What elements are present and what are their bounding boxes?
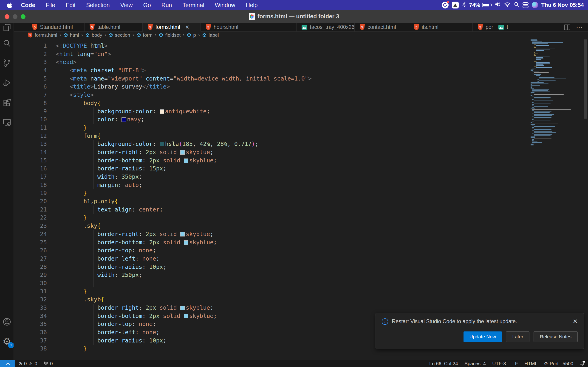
color-swatch[interactable] <box>184 240 188 245</box>
siri-icon[interactable] <box>532 2 538 8</box>
code-line-2[interactable]: 2<html lang="en"> <box>14 50 531 58</box>
code-line-15[interactable]: 15 border-bottom: 2px solid skyblue; <box>14 156 531 165</box>
color-swatch[interactable] <box>160 109 164 114</box>
code-line-25[interactable]: 25 border-bottom: 2px solid skyblue; <box>14 238 531 247</box>
code-line-5[interactable]: 5 <meta name="viewport" content="width=d… <box>14 75 531 83</box>
tab-its-html[interactable]: 5its.html <box>409 23 473 32</box>
notifications-bell[interactable] <box>577 360 588 367</box>
menu-item-code[interactable]: Code <box>16 2 41 8</box>
color-swatch[interactable] <box>180 232 185 236</box>
menu-item-view[interactable]: View <box>115 2 138 8</box>
source-control-icon[interactable] <box>0 53 14 73</box>
ports-indicator[interactable]: 0 <box>40 360 56 367</box>
code-line-27[interactable]: 27 border-left: none; <box>14 255 531 263</box>
code-line-6[interactable]: 6 <title>Library survey</title> <box>14 83 531 91</box>
menu-bar-clock[interactable]: Thu 6 Nov 05:54 <box>541 2 584 8</box>
code-line-20[interactable]: 20 h1,p.only{ <box>14 197 531 206</box>
code-line-31[interactable]: 31 } <box>14 287 531 296</box>
code-line-10[interactable]: 10 color: navy; <box>14 115 531 124</box>
code-line-26[interactable]: 26 border-top: none; <box>14 246 531 255</box>
remote-indicator[interactable]: >< <box>0 360 15 367</box>
color-swatch[interactable] <box>184 158 188 163</box>
later-button[interactable]: Later <box>506 332 529 342</box>
code-line-1[interactable]: 1<!DOCTYPE html> <box>14 42 531 50</box>
menu-item-file[interactable]: File <box>41 2 61 8</box>
code-line-12[interactable]: 12 form{ <box>14 132 531 140</box>
account-icon[interactable] <box>0 312 14 332</box>
volume-icon[interactable] <box>494 2 501 8</box>
code-editor[interactable]: 1<!DOCTYPE html>2<html lang="en">3<head>… <box>14 39 588 360</box>
tab-close-icon[interactable]: ✕ <box>185 24 189 30</box>
tab-tacos-tray-400x267-png[interactable]: tacos_tray_400x267.png <box>296 23 355 32</box>
code-line-30[interactable]: 30 <box>14 279 531 287</box>
spotlight-search-icon[interactable] <box>514 2 519 8</box>
settings-gear-icon[interactable]: ⚙1 <box>0 332 14 351</box>
remote-explorer-icon[interactable] <box>0 112 14 132</box>
app-menu-icon[interactable] <box>452 2 459 8</box>
extensions-icon[interactable] <box>0 93 14 112</box>
menu-item-go[interactable]: Go <box>138 2 156 8</box>
battery-status[interactable]: 74% <box>469 2 491 8</box>
menu-item-run[interactable]: Run <box>156 2 177 8</box>
close-window-button[interactable] <box>5 14 9 19</box>
grammarly-menu-icon[interactable]: G <box>442 2 449 8</box>
tab-table-html[interactable]: 5table.html <box>85 23 143 32</box>
more-actions-icon[interactable]: ⋯ <box>576 23 583 31</box>
tab-standard-html[interactable]: 5Standard.html <box>27 23 85 32</box>
explorer-icon[interactable] <box>0 23 14 33</box>
live-server-port[interactable]: ⊘ Port : 5500 <box>541 360 577 367</box>
code-line-33[interactable]: 33 border-right: 2px solid skyblue; <box>14 304 531 312</box>
tab-contact-html[interactable]: 5contact.html <box>355 23 409 32</box>
bluetooth-icon[interactable] <box>462 1 466 9</box>
update-now-button[interactable]: Update Now <box>464 332 502 342</box>
breadcrumb-item-p[interactable]: p <box>187 32 196 38</box>
code-line-23[interactable]: 23 .sky{ <box>14 222 531 230</box>
menu-item-edit[interactable]: Edit <box>61 2 81 8</box>
code-line-29[interactable]: 29 width: 250px; <box>14 271 531 279</box>
code-line-16[interactable]: 16 border-radius: 15px; <box>14 165 531 173</box>
zoom-window-button[interactable] <box>21 14 26 19</box>
editor-scrollbar[interactable] <box>584 40 587 119</box>
color-swatch[interactable] <box>184 314 188 318</box>
menu-item-terminal[interactable]: Terminal <box>177 2 209 8</box>
control-center-icon[interactable] <box>523 2 528 8</box>
tab-forms-html[interactable]: 5forms.html✕ <box>143 23 201 32</box>
run-debug-icon[interactable] <box>0 73 14 93</box>
code-line-13[interactable]: 13 background-color: hsla(185, 42%, 28%,… <box>14 140 531 148</box>
breadcrumb-item-form[interactable]: form <box>137 32 153 38</box>
code-line-32[interactable]: 32 .skyb{ <box>14 295 531 304</box>
tab-hours-html[interactable]: 5hours.html <box>201 23 296 32</box>
menu-item-help[interactable]: Help <box>241 2 263 8</box>
code-line-4[interactable]: 4 <meta charset="UTF-8"> <box>14 66 531 75</box>
breadcrumb-item-html[interactable]: html <box>63 32 79 38</box>
search-icon[interactable] <box>0 33 14 53</box>
code-line-9[interactable]: 9 background-color: antiquewhite; <box>14 107 531 116</box>
menu-item-window[interactable]: Window <box>209 2 241 8</box>
color-swatch[interactable] <box>121 117 126 122</box>
code-line-3[interactable]: 3<head> <box>14 58 531 66</box>
code-line-8[interactable]: 8 body{ <box>14 99 531 107</box>
tab-portfolio-html[interactable]: 5portfolio.html <box>473 23 493 32</box>
breadcrumb-item-section[interactable]: section <box>108 32 130 38</box>
color-swatch[interactable] <box>180 150 185 155</box>
breadcrumb-item-fieldset[interactable]: fieldset <box>159 32 181 38</box>
status-item-ln-66-col-24[interactable]: Ln 66, Col 24 <box>426 360 461 367</box>
wifi-icon[interactable] <box>504 2 510 8</box>
release-notes-button[interactable]: Release Notes <box>534 332 578 342</box>
problems-indicator[interactable]: ⊗ 0 ⚠ 0 <box>15 360 40 367</box>
color-swatch[interactable] <box>180 306 185 310</box>
status-item-spaces-4[interactable]: Spaces: 4 <box>461 360 489 367</box>
apple-menu-icon[interactable] <box>7 2 12 8</box>
breadcrumb-item-body[interactable]: body <box>85 32 102 38</box>
code-line-24[interactable]: 24 border-right: 2px solid skyblue; <box>14 230 531 238</box>
code-line-11[interactable]: 11 } <box>14 124 531 132</box>
notification-close-icon[interactable]: ✕ <box>573 318 578 325</box>
status-item-html[interactable]: HTML <box>521 360 541 367</box>
status-item-utf-8[interactable]: UTF-8 <box>489 360 509 367</box>
status-item-lf[interactable]: LF <box>509 360 521 367</box>
code-line-19[interactable]: 19 } <box>14 189 531 197</box>
breadcrumb-file[interactable]: forms.html <box>35 32 57 38</box>
code-line-28[interactable]: 28 border-radius: 10px; <box>14 263 531 271</box>
code-line-17[interactable]: 17 width: 350px; <box>14 173 531 181</box>
code-line-18[interactable]: 18 margin: auto; <box>14 181 531 189</box>
